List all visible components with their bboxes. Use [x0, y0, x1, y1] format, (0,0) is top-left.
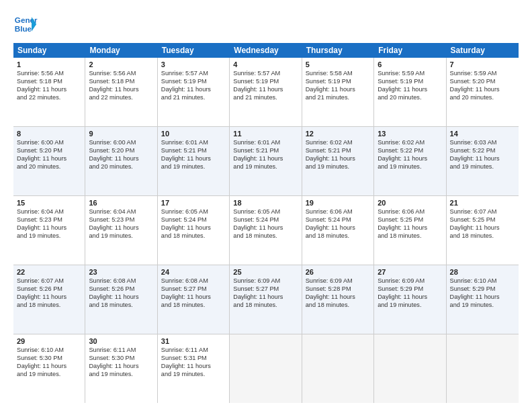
day-info-line: and 18 minutes.: [233, 302, 298, 310]
weekday-header: Monday: [85, 43, 157, 58]
day-info-line: Daylight: 11 hours: [17, 86, 81, 94]
day-info-line: Sunset: 5:25 PM: [450, 216, 515, 224]
day-info-line: Sunset: 5:30 PM: [17, 355, 81, 363]
day-info-line: Sunset: 5:22 PM: [450, 147, 515, 155]
day-number: 7: [450, 60, 515, 69]
weekday-header: Wednesday: [230, 43, 302, 58]
day-number: 23: [89, 267, 153, 277]
day-info-line: Daylight: 11 hours: [17, 363, 81, 371]
day-info-line: Daylight: 11 hours: [89, 363, 153, 371]
day-info-line: Sunset: 5:23 PM: [17, 216, 81, 224]
day-info-line: Sunrise: 6:10 AM: [450, 277, 515, 285]
day-number: 30: [89, 336, 153, 346]
day-info-line: Daylight: 11 hours: [378, 293, 442, 302]
calendar-cell: 5Sunrise: 5:58 AMSunset: 5:19 PMDaylight…: [302, 58, 374, 126]
day-number: 16: [89, 198, 153, 208]
calendar-cell: 17Sunrise: 6:05 AMSunset: 5:24 PMDayligh…: [158, 196, 230, 265]
day-number: 28: [450, 267, 515, 277]
calendar-cell: 24Sunrise: 6:08 AMSunset: 5:27 PMDayligh…: [158, 265, 230, 334]
day-info-line: Daylight: 11 hours: [233, 224, 298, 232]
day-info-line: Daylight: 11 hours: [378, 224, 442, 232]
calendar-cell: 28Sunrise: 6:10 AMSunset: 5:29 PMDayligh…: [447, 265, 519, 334]
day-info-line: and 19 minutes.: [161, 371, 226, 379]
calendar-cell: 1Sunrise: 5:56 AMSunset: 5:18 PMDaylight…: [13, 58, 85, 126]
day-info-line: and 18 minutes.: [89, 302, 153, 310]
calendar-cell: 16Sunrise: 6:04 AMSunset: 5:23 PMDayligh…: [85, 196, 157, 265]
calendar-cell: 20Sunrise: 6:06 AMSunset: 5:25 PMDayligh…: [374, 196, 446, 265]
day-info-line: and 19 minutes.: [89, 232, 153, 240]
calendar-cell: 27Sunrise: 6:09 AMSunset: 5:29 PMDayligh…: [374, 265, 446, 334]
day-info-line: Daylight: 11 hours: [378, 155, 442, 163]
day-info-line: Daylight: 11 hours: [306, 224, 370, 232]
day-info-line: Sunset: 5:30 PM: [89, 355, 153, 363]
day-number: 20: [378, 198, 442, 208]
day-info-line: Sunrise: 6:01 AM: [161, 139, 226, 147]
logo: General Blue: [13, 12, 40, 36]
day-number: 18: [233, 198, 298, 208]
calendar-cell: 21Sunrise: 6:07 AMSunset: 5:25 PMDayligh…: [447, 196, 519, 265]
calendar-cell: 29Sunrise: 6:10 AMSunset: 5:30 PMDayligh…: [13, 334, 85, 403]
day-info-line: and 21 minutes.: [306, 94, 370, 102]
day-info-line: Daylight: 11 hours: [161, 224, 226, 232]
day-info-line: Sunset: 5:24 PM: [161, 216, 226, 224]
day-info-line: and 19 minutes.: [450, 302, 515, 310]
day-info-line: Sunset: 5:21 PM: [306, 147, 370, 155]
day-info-line: Sunset: 5:20 PM: [17, 147, 81, 155]
day-info-line: and 22 minutes.: [89, 94, 153, 102]
day-info-line: Sunrise: 6:02 AM: [306, 139, 370, 147]
day-info-line: and 19 minutes.: [17, 371, 81, 379]
day-info-line: Sunrise: 6:00 AM: [17, 139, 81, 147]
weekday-header: Sunday: [13, 43, 85, 58]
day-number: 27: [378, 267, 442, 277]
day-info-line: Sunset: 5:26 PM: [17, 285, 81, 293]
day-number: 31: [161, 336, 226, 346]
day-info-line: Sunrise: 5:57 AM: [233, 70, 298, 78]
day-info-line: and 20 minutes.: [450, 94, 515, 102]
calendar-cell: 18Sunrise: 6:05 AMSunset: 5:24 PMDayligh…: [230, 196, 302, 265]
day-info-line: and 18 minutes.: [161, 302, 226, 310]
day-info-line: Daylight: 11 hours: [233, 86, 298, 94]
day-info-line: Sunset: 5:18 PM: [89, 78, 153, 86]
day-number: 19: [306, 198, 370, 208]
day-info-line: Sunset: 5:19 PM: [378, 78, 442, 86]
day-info-line: Daylight: 11 hours: [233, 155, 298, 163]
day-info-line: Sunset: 5:20 PM: [89, 147, 153, 155]
calendar-cell: 9Sunrise: 6:00 AMSunset: 5:20 PMDaylight…: [85, 127, 157, 195]
day-info-line: and 19 minutes.: [89, 371, 153, 379]
day-info-line: Sunrise: 5:57 AM: [161, 70, 226, 78]
day-info-line: and 21 minutes.: [233, 94, 298, 102]
day-info-line: and 22 minutes.: [17, 94, 81, 102]
calendar-body: 1Sunrise: 5:56 AMSunset: 5:18 PMDaylight…: [13, 58, 519, 403]
day-number: 24: [161, 267, 226, 277]
calendar-cell: [230, 334, 302, 403]
day-info-line: and 18 minutes.: [233, 232, 298, 240]
logo-icon: General Blue: [13, 12, 38, 36]
day-info-line: Sunrise: 5:59 AM: [378, 70, 442, 78]
weekday-header: Tuesday: [158, 43, 230, 58]
day-info-line: Sunrise: 6:07 AM: [450, 208, 515, 216]
day-info-line: Sunset: 5:29 PM: [378, 285, 442, 293]
day-info-line: and 21 minutes.: [161, 94, 226, 102]
day-info-line: Daylight: 11 hours: [378, 86, 442, 94]
day-info-line: Sunrise: 6:06 AM: [378, 208, 442, 216]
day-info-line: Sunrise: 6:03 AM: [450, 139, 515, 147]
weekday-header: Friday: [374, 43, 446, 58]
calendar-row: 1Sunrise: 5:56 AMSunset: 5:18 PMDaylight…: [13, 58, 519, 127]
day-info-line: and 19 minutes.: [378, 302, 442, 310]
day-info-line: Daylight: 11 hours: [89, 86, 153, 94]
day-info-line: Sunrise: 5:59 AM: [450, 70, 515, 78]
calendar-cell: [447, 334, 519, 403]
calendar-cell: 8Sunrise: 6:00 AMSunset: 5:20 PMDaylight…: [13, 127, 85, 195]
calendar-cell: 7Sunrise: 5:59 AMSunset: 5:20 PMDaylight…: [447, 58, 519, 126]
day-info-line: Sunset: 5:28 PM: [306, 285, 370, 293]
day-info-line: Sunset: 5:27 PM: [161, 285, 226, 293]
day-info-line: Sunrise: 5:56 AM: [17, 70, 81, 78]
day-info-line: and 19 minutes.: [17, 232, 81, 240]
calendar-cell: 12Sunrise: 6:02 AMSunset: 5:21 PMDayligh…: [302, 127, 374, 195]
day-number: 17: [161, 198, 226, 208]
day-info-line: Daylight: 11 hours: [17, 224, 81, 232]
day-info-line: Daylight: 11 hours: [89, 293, 153, 302]
svg-text:Blue: Blue: [15, 24, 32, 33]
calendar-cell: 26Sunrise: 6:09 AMSunset: 5:28 PMDayligh…: [302, 265, 374, 334]
header: General Blue: [13, 12, 519, 36]
